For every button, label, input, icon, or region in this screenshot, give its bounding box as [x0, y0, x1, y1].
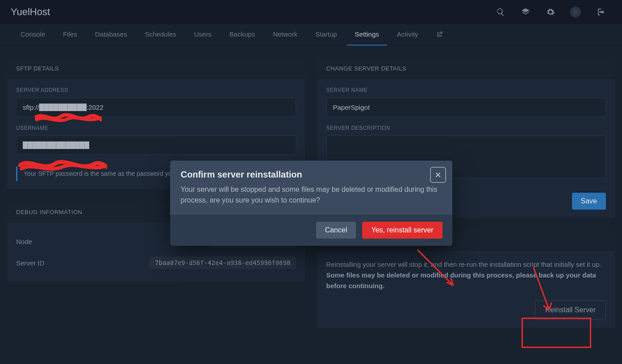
modal-cancel-button[interactable]: Cancel: [316, 222, 356, 239]
confirm-modal: Confirm server reinstallation Your serve…: [170, 161, 452, 246]
modal-body: Your server will be stopped and some fil…: [181, 184, 442, 206]
modal-close-button[interactable]: [430, 167, 446, 183]
close-icon: [434, 171, 442, 178]
modal-title: Confirm server reinstallation: [181, 170, 442, 180]
modal-confirm-button[interactable]: Yes, reinstall server: [362, 222, 442, 239]
modal-overlay: Confirm server reinstallation Your serve…: [0, 0, 622, 364]
